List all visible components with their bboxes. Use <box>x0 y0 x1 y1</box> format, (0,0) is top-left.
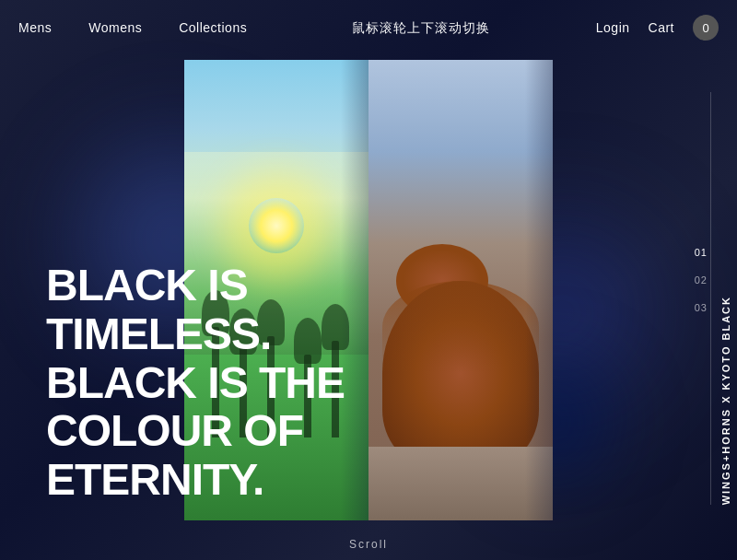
cart-count-badge[interactable]: 0 <box>693 15 719 41</box>
rocky-ground <box>368 447 553 520</box>
page-num-3[interactable]: 03 <box>695 302 708 313</box>
nav-login[interactable]: Login <box>596 20 630 35</box>
brand-text: WINGS+HORNS X KYOTO BLACK <box>720 296 732 505</box>
page-num-1[interactable]: 01 <box>695 247 708 258</box>
scroll-label: Scroll <box>349 538 388 551</box>
nav-cart[interactable]: Cart <box>649 20 674 35</box>
nav-womens[interactable]: Womens <box>88 20 142 35</box>
nav-center: 鼠标滚轮上下滚动切换 <box>247 19 596 37</box>
page-num-2[interactable]: 02 <box>695 274 708 286</box>
nav-mens[interactable]: Mens <box>18 20 52 35</box>
hero-section: BLACK IS TIMELESS. BLACK IS THE COLOUR O… <box>0 0 737 560</box>
nav-collections[interactable]: Collections <box>179 20 247 35</box>
cow-fur-overlay <box>382 281 539 373</box>
cow-fur <box>382 281 539 465</box>
navbar: Mens Womens Collections 鼠标滚轮上下滚动切换 Login… <box>0 0 737 55</box>
right-line <box>710 92 711 505</box>
image-panel-2 <box>368 60 553 520</box>
cow-body <box>378 226 544 465</box>
hero-headline: BLACK IS TIMELESS. BLACK IS THE COLOUR O… <box>46 262 396 505</box>
pagination: 01 02 03 <box>695 247 708 313</box>
nav-center-text: 鼠标滚轮上下滚动切换 <box>352 20 490 35</box>
nav-right: Login Cart 0 <box>596 15 719 41</box>
nav-left: Mens Womens Collections <box>18 20 247 35</box>
